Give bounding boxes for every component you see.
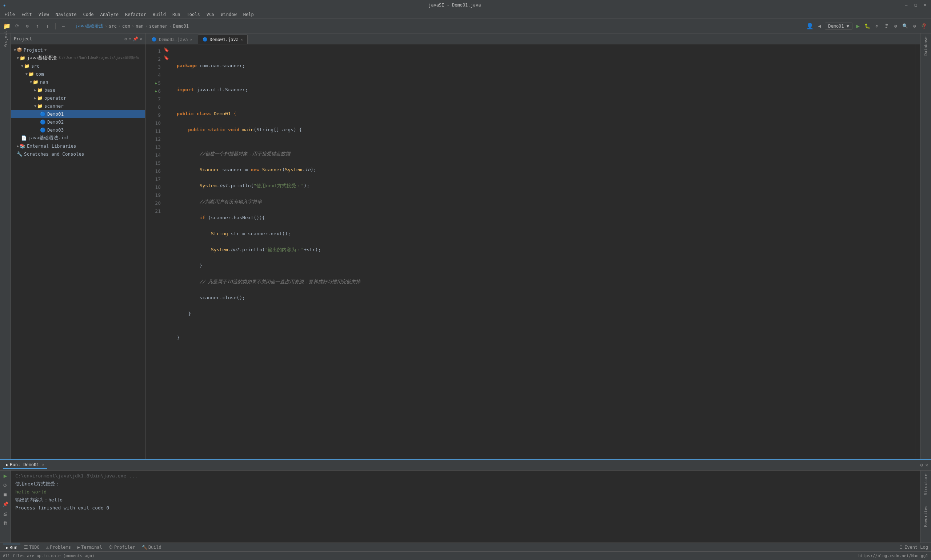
database-tab[interactable]: Database: [922, 35, 929, 57]
toolbar-down[interactable]: ↓: [44, 22, 52, 30]
bc-src[interactable]: src: [109, 24, 117, 29]
run-tab-run[interactable]: ▶ Run: Demo01 ✕: [3, 462, 47, 469]
bottom-tabs-left: ▶Run ☰TODO ⚠Problems ▶Terminal ⏱Profiler…: [3, 544, 165, 551]
structure-tab[interactable]: Structure: [922, 472, 929, 497]
breadcrumb: java基础语法 › src › com › nan › scanner › D…: [72, 22, 804, 30]
tree-external-libs[interactable]: ▶ 📚 External Libraries: [11, 142, 145, 150]
menu-tools[interactable]: Tools: [184, 11, 203, 18]
bottom-tab-bar: ▶Run ☰TODO ⚠Problems ▶Terminal ⏱Profiler…: [0, 543, 931, 551]
main-layout: Project Project ⚙ ≡ 📌 ✕ ▼ 📦 Project ▼ ▼: [0, 34, 931, 459]
menu-view[interactable]: View: [35, 11, 52, 18]
run-close-icon[interactable]: ✕: [925, 462, 928, 468]
tree-java-project[interactable]: ▼ 📁 java基础语法 C:\Users\Nan\IdeaProjects\j…: [11, 54, 145, 62]
menu-run[interactable]: Run: [169, 11, 183, 18]
run-stop-icon[interactable]: ⏹: [2, 491, 9, 498]
menu-code[interactable]: Code: [80, 11, 97, 18]
run-input-line: hello world: [15, 488, 916, 496]
menu-refactor[interactable]: Refactor: [122, 11, 149, 18]
bc-project[interactable]: java基础语法: [75, 23, 103, 29]
toolbar-project-icon[interactable]: 📁: [3, 22, 11, 30]
bc-com[interactable]: com: [122, 24, 130, 29]
menu-edit[interactable]: Edit: [18, 11, 35, 18]
project-header: Project ⚙ ≡ 📌 ✕: [11, 34, 145, 45]
project-expand-icon[interactable]: ≡: [129, 36, 131, 42]
bottom-profiler-tab[interactable]: ⏱Profiler: [106, 544, 138, 551]
bottom-build-tab[interactable]: 🔨Build: [139, 544, 165, 551]
run-trash-icon[interactable]: 🗑: [2, 519, 9, 526]
toolbar-minus[interactable]: —: [59, 22, 67, 30]
tree-scratches[interactable]: 🔧 Scratches and Consoles: [11, 150, 145, 158]
tree-base[interactable]: ▶ 📁 base: [11, 86, 145, 94]
tree-scanner[interactable]: ▼ 📁 scanner: [11, 102, 145, 110]
project-close-icon[interactable]: ✕: [140, 36, 142, 42]
run-config-edit[interactable]: ⚙: [892, 22, 900, 30]
tree-project-root[interactable]: ▼ 📦 Project ▼: [11, 46, 145, 54]
menu-window[interactable]: Window: [218, 11, 239, 18]
tree-iml[interactable]: 📄 java基础语法.iml: [11, 134, 145, 142]
bc-nan[interactable]: nan: [135, 24, 144, 29]
structure-panel: Structure Favorites: [920, 471, 931, 543]
toolbar-avatar[interactable]: 👤: [806, 22, 814, 30]
tree-demo03[interactable]: 🔵 Demo03: [11, 126, 145, 134]
run-rerun-icon[interactable]: ⟳: [2, 482, 9, 489]
line-numbers: 1234 ▶5 ▶6 7891011 1213141516 1718192021: [145, 45, 164, 459]
run-settings-icon[interactable]: ⚙: [920, 462, 923, 468]
project-pin-icon[interactable]: 📌: [133, 36, 138, 42]
menu-vcs[interactable]: VCS: [204, 11, 217, 18]
run-config-dropdown[interactable]: Demo01 ▼: [825, 23, 853, 30]
title-left: ✦: [3, 2, 6, 8]
menu-help[interactable]: Help: [240, 11, 257, 18]
maximize-button[interactable]: □: [913, 2, 919, 8]
profile-button[interactable]: ⏱: [882, 22, 890, 30]
run-tab-close[interactable]: ✕: [42, 463, 45, 466]
sidebar-project-tab[interactable]: Project: [1, 35, 10, 44]
menu-build[interactable]: Build: [150, 11, 169, 18]
run-play-icon[interactable]: ▶: [2, 472, 9, 479]
tree-com[interactable]: ▼ 📁 com: [11, 70, 145, 78]
minimize-button[interactable]: —: [903, 2, 909, 8]
statusbar: All files are up-to-date (moments ago) h…: [0, 551, 931, 560]
close-button[interactable]: ✕: [922, 2, 928, 8]
tab-demo03-label: Demo03.java: [159, 37, 188, 42]
run-output: C:\environment\java\jdk1.8\bin\java.exe …: [11, 471, 920, 543]
project-header-title: Project: [14, 36, 32, 42]
run-button[interactable]: ▶: [854, 22, 862, 30]
tab-demo03[interactable]: 🔵 Demo03.java ✕: [147, 35, 197, 44]
tree-nan[interactable]: ▼ 📁 nan: [11, 78, 145, 86]
bc-scanner[interactable]: scanner: [149, 24, 168, 29]
toolbar-back[interactable]: ◀: [816, 22, 823, 30]
status-right: https://blog.csdn.net/Nan_gg1: [858, 554, 928, 558]
menu-file[interactable]: File: [2, 11, 18, 18]
run-tab-bar: ▶ Run: Demo01 ✕ ⚙ ✕: [0, 460, 931, 471]
coverage-button[interactable]: ☂: [873, 22, 881, 30]
tab-demo01[interactable]: 🔵 Demo01.java ✕: [198, 35, 248, 44]
toolbar-config[interactable]: ⚙: [23, 22, 31, 30]
toolbar-sync[interactable]: ⟳: [13, 22, 21, 30]
run-pin-icon[interactable]: 📌: [2, 500, 9, 508]
tree-operator[interactable]: ▶ 📁 operator: [11, 94, 145, 102]
tree-demo02[interactable]: 🔵 Demo02: [11, 118, 145, 126]
debug-button[interactable]: 🐛: [863, 22, 871, 30]
event-log-btn[interactable]: 🗒Event Log: [899, 545, 928, 550]
tree-src[interactable]: ▼ 📁 src: [11, 62, 145, 70]
bottom-run-tab[interactable]: ▶Run: [3, 544, 20, 551]
bottom-terminal-tab[interactable]: ▶Terminal: [75, 544, 105, 551]
left-sidebar-strip: Project: [0, 34, 11, 459]
code-content[interactable]: package com.nan.scanner; import java.uti…: [171, 45, 915, 459]
run-print-icon[interactable]: 🖨: [2, 510, 9, 517]
toolbar-gear[interactable]: ⚙: [911, 22, 919, 30]
project-gear-icon[interactable]: ⚙: [125, 36, 127, 42]
menu-navigate[interactable]: Navigate: [53, 11, 80, 18]
bottom-todo-tab[interactable]: ☰TODO: [21, 544, 43, 551]
bc-demo01[interactable]: Demo01: [173, 24, 189, 29]
toolbar-up[interactable]: ↑: [34, 22, 42, 30]
tab-demo01-close[interactable]: ✕: [241, 37, 243, 42]
run-output-line2: 输出的内容为：hello: [15, 496, 916, 504]
tab-demo03-close[interactable]: ✕: [190, 37, 192, 42]
favorites-tab[interactable]: Favorites: [922, 504, 929, 529]
code-editor[interactable]: 1234 ▶5 ▶6 7891011 1213141516 1718192021: [145, 45, 920, 459]
toolbar-search[interactable]: 🔍: [901, 22, 909, 30]
tree-demo01[interactable]: 🔵 Demo01: [11, 110, 145, 118]
menu-analyze[interactable]: Analyze: [97, 11, 122, 18]
bottom-problems-tab[interactable]: ⚠Problems: [43, 544, 74, 551]
